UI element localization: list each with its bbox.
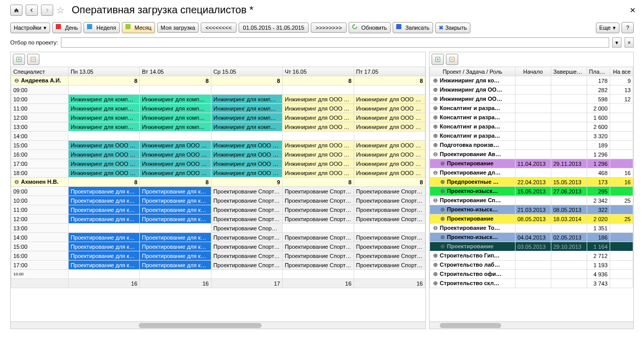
task-cell[interactable]: Проектирование Спортк… [283, 214, 354, 224]
task-cell[interactable]: Проектирование Спортк… [283, 233, 354, 242]
task-cell[interactable]: Проектирование для к… [140, 205, 211, 214]
header-day[interactable]: Вт 14.05 [140, 67, 211, 76]
expand-toggle[interactable]: ⊕ [432, 133, 438, 139]
expand-toggle[interactable]: ⊖ [432, 225, 438, 231]
task-cell[interactable]: Проектирование Спортк… [283, 196, 354, 205]
task-cell[interactable]: Проектирование Спортк… [283, 251, 354, 261]
task-cell[interactable]: Инжиниринг для ООО "… [283, 159, 354, 168]
project-row[interactable]: ⊕ Проектирование08.05.201318.03.20142 02… [430, 214, 633, 224]
task-cell[interactable]: Инжиниринг для ООО … [211, 168, 282, 178]
task-cell[interactable]: Проектирование Спортк… [211, 233, 282, 242]
right-h-scrollbar[interactable] [430, 321, 633, 329]
refresh-button[interactable]: Обновить [349, 22, 391, 33]
task-cell[interactable]: Инжиниринг для комп… [211, 95, 282, 104]
task-cell[interactable]: Инжиниринг для ООО … [140, 141, 211, 150]
task-cell[interactable]: Инжиниринг для ООО … [68, 150, 139, 159]
project-row[interactable]: ⊕ Строительство Гип…2 712 [430, 251, 633, 261]
task-cell[interactable]: Инжиниринг для комп… [68, 104, 139, 113]
expand-toggle[interactable]: ⊕ [432, 123, 438, 130]
task-cell[interactable]: Инжиниринг для ООО "… [354, 141, 425, 150]
task-cell[interactable]: Инжиниринг для ООО "… [283, 150, 354, 159]
task-cell[interactable]: Инжиниринг для комп… [140, 104, 211, 113]
empty-cell[interactable] [354, 224, 425, 233]
hour-row[interactable]: 10:00Инжиниринг для комп…Инжиниринг для … [11, 95, 425, 104]
empty-cell[interactable] [354, 132, 425, 141]
task-cell[interactable]: Инжиниринг для комп… [140, 95, 211, 104]
expand-toggle[interactable]: ⊕ [432, 271, 438, 277]
task-cell[interactable]: Проектирование Спортк… [211, 261, 282, 270]
close-button[interactable]: ✖Закрыть [435, 23, 470, 33]
collapse-all-right-button[interactable] [446, 54, 458, 65]
hour-row[interactable]: 09:00 [11, 85, 425, 95]
header-plan[interactable]: План всего [587, 67, 610, 76]
task-cell[interactable]: Инжиниринг для ООО … [140, 168, 211, 178]
save-button[interactable]: Записать [393, 22, 433, 33]
task-cell[interactable]: Инжиниринг для ООО … [211, 141, 282, 150]
hour-row[interactable]: 18:00Инжиниринг для ООО …Инжиниринг для … [11, 168, 425, 178]
specialist-group-row[interactable]: ⊖ Ахмонен Н.В.88988 [11, 178, 425, 187]
hour-row[interactable]: 13:00Инжиниринг для комп…Инжиниринг для … [11, 122, 425, 132]
task-cell[interactable]: Инжиниринг для ООО "… [354, 150, 425, 159]
project-row[interactable]: ⊕ Консалтинг и разра…3 320 [430, 132, 633, 141]
task-cell[interactable]: Проектирование Спортк… [354, 261, 425, 270]
expand-toggle[interactable]: ⊖ [432, 169, 438, 176]
project-row[interactable]: ⊕ Проектно-изыск…21.03.201308.05.2013322 [430, 205, 633, 214]
task-cell[interactable]: Проектирование для к… [68, 242, 139, 251]
task-cell[interactable]: Проектирование для к… [140, 242, 211, 251]
task-cell[interactable]: Проектирование Спортк… [283, 261, 354, 270]
empty-cell[interactable] [211, 132, 282, 141]
task-cell[interactable]: Инжиниринг для комп… [211, 104, 282, 113]
task-cell[interactable]: Проектирование для к… [68, 196, 139, 205]
project-row[interactable]: ⊖ Проектирование дл…46816 [430, 168, 633, 178]
task-cell[interactable]: Инжиниринг для ООО … [68, 141, 139, 150]
expand-toggle[interactable]: ⊖ [13, 77, 19, 84]
expand-toggle[interactable]: ⊕ [439, 206, 445, 213]
task-cell[interactable]: Инжиниринг для комп… [140, 122, 211, 132]
header-end[interactable]: Завершение [551, 67, 587, 76]
settings-button[interactable]: Настройки▾ [10, 23, 50, 33]
period-next-button[interactable]: >>>>>>>> [311, 23, 346, 33]
task-cell[interactable]: Проектирование Спортк… [283, 242, 354, 251]
task-cell[interactable]: Инжиниринг для комп… [211, 122, 282, 132]
month-button[interactable]: Месяц [122, 22, 155, 33]
hour-row[interactable]: 09:00Проектирование для к…Проектирование… [11, 187, 425, 196]
expand-toggle[interactable]: ⊕ [432, 252, 438, 259]
hour-row[interactable]: 10:00Проектирование для к…Проектирование… [11, 196, 425, 205]
projects-grid[interactable]: Проект / Задача / РольНачалоЗавершениеПл… [430, 67, 633, 288]
project-row[interactable]: ⊕ Консалтинг и разра…2 000 [430, 104, 633, 113]
expand-toggle[interactable]: ⊕ [439, 243, 445, 250]
expand-all-button[interactable] [13, 54, 25, 65]
empty-cell[interactable] [354, 85, 425, 95]
hour-row[interactable]: 11:00Инжиниринг для комп…Инжиниринг для … [11, 104, 425, 113]
task-cell[interactable]: Инжиниринг для комп… [68, 95, 139, 104]
project-row[interactable]: ⊕ Строительство лаб…1 193 [430, 261, 633, 270]
project-row[interactable]: ⊕ Инжиниринг для ОО…28213 [430, 85, 633, 95]
task-cell[interactable]: Проектирование Спор… [211, 224, 282, 233]
hour-row[interactable]: 17:00Проектирование для к…Проектирование… [11, 261, 425, 270]
empty-cell[interactable] [140, 132, 211, 141]
expand-toggle[interactable]: ⊖ [13, 179, 19, 185]
task-cell[interactable]: Инжиниринг для ООО … [211, 159, 282, 168]
task-cell[interactable]: Проектирование для к… [68, 187, 139, 196]
project-row[interactable]: ⊕ Подготовка произв…189 [430, 141, 633, 150]
task-cell[interactable]: Инжиниринг для комп… [68, 113, 139, 122]
task-cell[interactable]: Инжиниринг для ООО "… [283, 95, 354, 104]
specialist-group-row[interactable]: ⊖ Андреева А.И.88888 [11, 76, 425, 85]
expand-toggle[interactable]: ⊕ [439, 215, 445, 222]
hour-row[interactable]: 14:00 [11, 132, 425, 141]
empty-cell[interactable] [68, 85, 139, 95]
task-cell[interactable]: Проектирование Спортк… [211, 205, 282, 214]
task-cell[interactable]: Проектирование Спортк… [211, 196, 282, 205]
task-cell[interactable]: Проектирование Спортк… [354, 196, 425, 205]
project-row[interactable]: ⊕ Проектно-изыск…04.04.201302.05.2013186 [430, 233, 633, 242]
back-button[interactable] [26, 5, 38, 16]
header-day[interactable]: Пт 17.05 [354, 67, 425, 76]
project-row[interactable]: ⊖ Проектирование Ав…1 296 [430, 150, 633, 159]
task-cell[interactable]: Проектирование Спортк… [354, 242, 425, 251]
task-cell[interactable]: Инжиниринг для комп… [140, 113, 211, 122]
more-button[interactable]: Еще▾ [596, 23, 619, 33]
task-cell[interactable]: Проектирование для к… [68, 214, 139, 224]
period-prev-button[interactable]: <<<<<<<< [201, 23, 236, 33]
task-cell[interactable]: Инжиниринг для ООО "… [283, 168, 354, 178]
task-cell[interactable]: Проектирование Спортк… [211, 242, 282, 251]
